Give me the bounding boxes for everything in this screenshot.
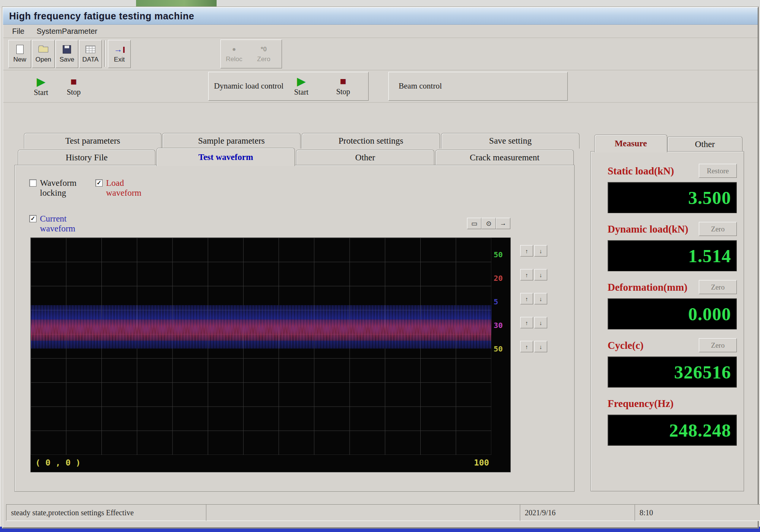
waveform-plot-area bbox=[31, 238, 491, 455]
tab-protection-settings[interactable]: Protection settings bbox=[302, 133, 440, 149]
dynamic-start-button[interactable]: ▶ Start bbox=[288, 72, 315, 100]
save-floppy-icon bbox=[61, 44, 73, 54]
frequency-label: Frequency(Hz) bbox=[608, 398, 673, 410]
open-button-label: Open bbox=[35, 56, 51, 63]
file-toolbar: New Open Save DATA → Exit ● Reloc *0 Zer… bbox=[3, 38, 758, 70]
control-toolbar: ▶ Start ■ Stop Dynamic load control ▶ St… bbox=[3, 70, 758, 103]
new-button[interactable]: New bbox=[8, 40, 31, 68]
spin-up-button[interactable]: ↑ bbox=[520, 341, 533, 352]
static-start-button[interactable]: ▶ Start bbox=[27, 73, 55, 100]
dynamic-load-zero-button[interactable]: Zero bbox=[699, 222, 737, 236]
exit-icon: → bbox=[114, 44, 125, 54]
dynamic-stop-square-icon: ■ bbox=[340, 76, 347, 87]
stop-label: Stop bbox=[67, 88, 81, 97]
status-time: 8:10 bbox=[640, 508, 653, 517]
menu-file[interactable]: File bbox=[6, 26, 30, 37]
current-waveform-checkbox-row[interactable]: ✓ Current waveform bbox=[29, 214, 89, 234]
tab-save-setting[interactable]: Save setting bbox=[441, 133, 580, 149]
scale-spinner-pair: ↑↓ bbox=[520, 269, 547, 280]
deformation-display: 0.000 bbox=[608, 298, 737, 329]
desktop-wallpaper-fragment bbox=[136, 0, 217, 7]
waveform-locking-checkbox-row[interactable]: Waveform locking bbox=[29, 178, 89, 198]
scale-spinner-pair: ↑↓ bbox=[520, 245, 547, 256]
tab-history-file[interactable]: History File bbox=[18, 150, 155, 165]
desktop-background bbox=[0, 0, 760, 8]
scale-spinner-pair: ↑↓ bbox=[520, 317, 547, 328]
chart-bottom-strip: ( 0 , 0 ) 100 bbox=[31, 455, 510, 472]
waveform-chart: 502053050 ( 0 , 0 ) 100 bbox=[30, 238, 511, 472]
measure-panel: Static load(kN) Restore 3.500 Dynamic lo… bbox=[591, 151, 744, 491]
tab-test-waveform[interactable]: Test waveform bbox=[157, 148, 295, 166]
menu-system-parameter[interactable]: SystemParameter bbox=[30, 26, 103, 37]
dynamic-load-control-label: Dynamic load control bbox=[214, 81, 283, 91]
tab-sample-parameters[interactable]: Sample parameters bbox=[162, 133, 301, 149]
static-load-display: 3.500 bbox=[608, 182, 737, 213]
tab-measure[interactable]: Measure bbox=[594, 135, 667, 152]
open-folder-icon bbox=[38, 44, 49, 54]
open-button[interactable]: Open bbox=[32, 40, 55, 68]
beam-control-label: Beam control bbox=[399, 81, 442, 91]
dynamic-load-control-group: Dynamic load control ▶ Start ■ Stop bbox=[208, 72, 369, 101]
tab-other[interactable]: Other bbox=[296, 150, 434, 165]
dynamic-stop-button[interactable]: ■ Stop bbox=[329, 72, 357, 100]
scale-spinner-column: ↑↓↑↓↑↓↑↓↑↓ bbox=[520, 238, 551, 397]
restore-button[interactable]: Restore bbox=[699, 164, 737, 178]
tab-test-parameters[interactable]: Test parameters bbox=[24, 133, 162, 149]
spin-down-button[interactable]: ↓ bbox=[534, 293, 547, 304]
load-waveform-checkbox[interactable]: ✓ bbox=[95, 179, 103, 187]
current-waveform-checkbox[interactable]: ✓ bbox=[29, 215, 36, 222]
pan-arrow-icon: → bbox=[500, 220, 507, 227]
menu-bar: File SystemParameter bbox=[3, 25, 758, 38]
frequency-display: 248.248 bbox=[608, 415, 737, 446]
new-button-label: New bbox=[13, 56, 26, 63]
spin-up-button[interactable]: ↑ bbox=[520, 245, 533, 256]
start-label: Start bbox=[34, 88, 48, 97]
zoom-circle-button[interactable]: ⊙ bbox=[481, 218, 496, 229]
title-bar: High frequency fatigue testing machine bbox=[3, 8, 758, 25]
status-message-cell: steady state,protection settings Effecti… bbox=[6, 504, 214, 521]
status-message: steady state,protection settings Effecti… bbox=[11, 508, 134, 517]
spin-up-button[interactable]: ↑ bbox=[520, 269, 533, 280]
dynamic-load-label: Dynamic load(kN) bbox=[608, 223, 688, 235]
static-load-label: Static load(kN) bbox=[608, 165, 674, 177]
stop-square-icon: ■ bbox=[71, 76, 77, 87]
static-stop-button[interactable]: ■ Stop bbox=[60, 73, 87, 100]
exit-button[interactable]: → Exit bbox=[108, 40, 131, 68]
status-time-cell: 8:10 bbox=[635, 504, 760, 521]
y-axis-scale-label: 20 bbox=[494, 274, 503, 283]
load-waveform-checkbox-row[interactable]: ✓ Load waveform bbox=[95, 178, 155, 198]
dynamic-start-label: Start bbox=[294, 88, 309, 97]
spin-down-button[interactable]: ↓ bbox=[534, 317, 547, 328]
load-waveform-label: Load waveform bbox=[106, 178, 155, 198]
tab-crack-measurement[interactable]: Crack measurement bbox=[435, 150, 574, 165]
y-axis-scale-label: 50 bbox=[494, 344, 503, 353]
data-table-icon bbox=[85, 44, 96, 54]
status-date-cell: 2021/9/16 bbox=[520, 504, 642, 521]
zero-button[interactable]: *0 Zero bbox=[253, 40, 275, 67]
data-button-label: DATA bbox=[82, 56, 99, 63]
zero-button-label: Zero bbox=[257, 55, 271, 63]
spin-down-button[interactable]: ↓ bbox=[534, 341, 547, 352]
current-waveform-label: Current waveform bbox=[40, 214, 89, 234]
y-axis-scale-label: 50 bbox=[494, 250, 503, 259]
frequency-field: Frequency(Hz) 248.248 bbox=[591, 398, 744, 455]
spin-down-button[interactable]: ↓ bbox=[534, 245, 547, 256]
tab-measure-other[interactable]: Other bbox=[667, 136, 743, 152]
cycle-label: Cycle(c) bbox=[608, 340, 643, 352]
zoom-pan-button[interactable]: → bbox=[496, 218, 510, 229]
spin-up-button[interactable]: ↑ bbox=[520, 317, 533, 328]
zoom-select-button[interactable]: ▭ bbox=[467, 218, 481, 229]
deformation-zero-button[interactable]: Zero bbox=[699, 280, 737, 294]
cycle-zero-button[interactable]: Zero bbox=[699, 338, 737, 352]
save-button[interactable]: Save bbox=[55, 40, 78, 68]
reloc-button[interactable]: ● Reloc bbox=[223, 40, 245, 67]
spin-up-button[interactable]: ↑ bbox=[520, 293, 533, 304]
scale-spinner-pair: ↑↓ bbox=[520, 293, 547, 304]
y-axis-scale-label: 30 bbox=[494, 321, 503, 330]
waveform-locking-checkbox[interactable] bbox=[29, 179, 36, 187]
spin-down-button[interactable]: ↓ bbox=[534, 269, 547, 280]
deformation-field: Deformation(mm) Zero 0.000 bbox=[591, 282, 744, 339]
data-button[interactable]: DATA bbox=[79, 40, 102, 68]
zoom-select-icon: ▭ bbox=[471, 220, 477, 228]
right-axis-scale-strip: 502053050 bbox=[491, 238, 510, 455]
